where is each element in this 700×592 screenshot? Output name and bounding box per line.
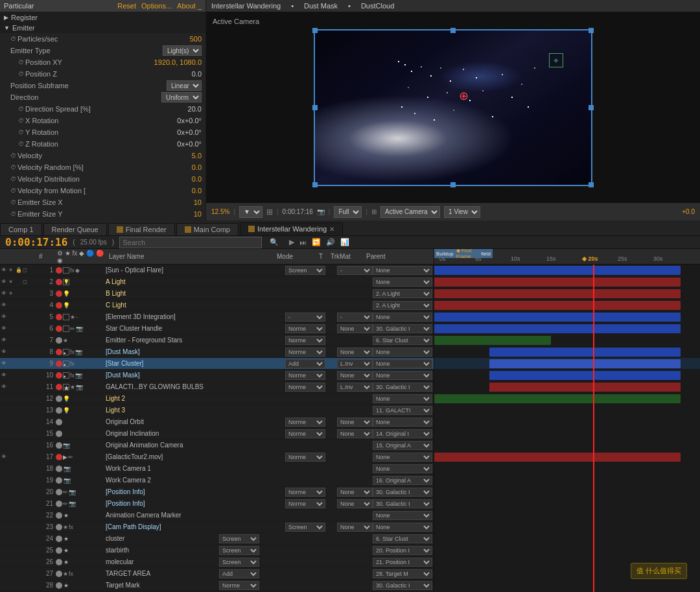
parent-select[interactable]: None — [373, 464, 432, 473]
mode-select[interactable]: Norme — [219, 581, 259, 590]
trkmat-select[interactable]: None — [337, 418, 373, 427]
layer-row[interactable]: 26 ★ molecular Screen 21. Position I — [0, 556, 434, 568]
position-z-value[interactable]: 0.0 — [192, 70, 202, 78]
parent-select[interactable]: 30. Galactic I — [373, 499, 432, 508]
track-row-20[interactable] — [434, 486, 700, 498]
track-row-14[interactable] — [434, 416, 700, 428]
handle-tr[interactable] — [589, 28, 594, 33]
parent-select[interactable]: 30. Galactic I — [373, 383, 432, 392]
parent-select[interactable]: None — [373, 278, 432, 287]
mode-select[interactable]: Norme — [285, 348, 325, 357]
tab-close-interstellar[interactable]: ✕ — [329, 226, 334, 233]
parent-select[interactable]: 16. Original A — [373, 476, 432, 485]
zoom-select[interactable]: ▼ — [239, 206, 262, 218]
mode-select[interactable]: Screen — [219, 546, 259, 555]
layer-row[interactable]: 24 ★ cluster Screen 6. Star Clust — [0, 533, 434, 545]
layer-color-dot[interactable] — [56, 314, 62, 320]
eye-icon[interactable]: 👁 — [1, 384, 8, 390]
layer-color-dot[interactable] — [56, 454, 62, 460]
layer-row[interactable]: 👁 11 ★ ★ 📷 GALACTI...BY GLOWING BULBS No… — [0, 381, 434, 393]
fit-icon[interactable]: ⊞ — [266, 207, 273, 217]
timeline-timecode[interactable]: 0:00:17:16 — [5, 236, 67, 248]
layer-row[interactable]: 👁 9 ▪ fx [Star Cluster] Add L.Inv — [0, 358, 434, 370]
layer-row[interactable]: 👁 ☀ 3 💡 B Light 2. A Light — [0, 288, 434, 300]
layer-color-dot[interactable] — [56, 349, 62, 355]
emitter-section[interactable]: ▼ Emitter — [0, 23, 205, 33]
layer-row[interactable]: 👁 ☀ 🔒 ◻ 1 fx ◆ [Sun - Optical Flare] Scr… — [0, 265, 434, 276]
trkmat-select[interactable]: None — [337, 371, 373, 380]
layer-row[interactable]: 👁 ☀ ◻ 2 💡 A Light None — [0, 276, 434, 288]
parent-select[interactable]: 11. GALACTI — [373, 406, 432, 415]
options-button[interactable]: Options... — [141, 2, 172, 10]
position-subframe-select[interactable]: Linear — [167, 80, 202, 91]
layer-name-label[interactable]: Emitter - Foreground Stars — [104, 337, 285, 344]
layer-name-label[interactable]: Work Camera 2 — [104, 477, 239, 484]
layer-color-dot[interactable] — [56, 489, 62, 495]
preview-dustmask-tab[interactable]: Dust Mask — [304, 2, 338, 10]
mode-select[interactable]: Norme — [285, 383, 325, 392]
layer-row[interactable]: 23 ★ fx [Cam Path Display] Screen None N… — [0, 521, 434, 533]
mode-select[interactable]: Screen — [285, 523, 325, 532]
parent-select[interactable]: None — [373, 359, 432, 368]
track-row-5[interactable] — [434, 311, 700, 323]
emitter-size-x-value[interactable]: 10 — [194, 198, 202, 206]
direction-select[interactable]: Uniform — [161, 92, 202, 102]
layer-row[interactable]: 27 ★ fx TARGET AREA Add 28. Target M — [0, 568, 434, 580]
layer-row[interactable]: 👁 7 ★ Emitter - Foreground Stars Norme 6 — [0, 335, 434, 346]
camera-select[interactable]: Active Camera — [380, 206, 440, 218]
layer-name-label[interactable]: [Dust Mask] — [104, 348, 285, 355]
trkmat-select[interactable]: L.Inv — [337, 359, 373, 368]
parent-select[interactable]: None — [373, 266, 432, 275]
layer-row[interactable]: 👁 4 💡 C Light 2. A Light — [0, 300, 434, 311]
trkmat-select[interactable]: None — [337, 523, 373, 532]
solo-icon[interactable]: ☀ — [8, 267, 15, 273]
track-row-23[interactable] — [434, 521, 700, 533]
handle-mr[interactable] — [589, 105, 594, 110]
layer-color-dot[interactable] — [56, 559, 62, 565]
eye-icon[interactable]: 👁 — [1, 302, 8, 308]
layer-color-dot[interactable] — [56, 326, 62, 332]
layer-row[interactable]: 21 ✏ 📷 [Position Info] Norme None 30. Ga… — [0, 498, 434, 510]
track-row-10[interactable] — [434, 370, 700, 381]
eye-icon[interactable]: 👁 — [1, 337, 8, 343]
layer-name-label[interactable]: Target Mark — [104, 582, 219, 589]
eye-icon[interactable]: 👁 — [1, 314, 8, 320]
trkmat-select[interactable]: None — [337, 488, 373, 497]
layer-name-label[interactable]: Work Camera 1 — [104, 465, 239, 472]
track-row-9[interactable] — [434, 358, 700, 370]
layer-color-dot[interactable] — [56, 384, 62, 390]
velocity-dist-value[interactable]: 0.0 — [192, 175, 202, 183]
zoom-level[interactable]: 12.5% — [211, 208, 229, 215]
layer-row[interactable]: 19 📷 Work Camera 2 16. Original A — [0, 475, 434, 486]
track-row-6[interactable] — [434, 323, 700, 335]
parent-select[interactable]: None — [373, 511, 432, 520]
track-row-8[interactable] — [434, 346, 700, 358]
chart-button[interactable]: 📊 — [340, 238, 349, 246]
mode-select[interactable]: Norme — [285, 488, 325, 497]
tab-comp1[interactable]: Comp 1 — [0, 223, 42, 235]
direction-spread-value[interactable]: 20.0 — [188, 105, 202, 113]
eye-icon[interactable]: 👁 — [1, 372, 8, 378]
mode-select[interactable]: Add — [219, 569, 259, 578]
layer-color-dot[interactable] — [56, 477, 62, 484]
view-count-select[interactable]: 1 View — [444, 206, 480, 218]
velocity-value[interactable]: 5.0 — [192, 152, 202, 160]
tab-final-render[interactable]: Final Render — [108, 223, 175, 235]
parent-select[interactable]: 20. Position I — [373, 546, 432, 555]
reset-button[interactable]: Reset — [117, 2, 136, 10]
solo-icon[interactable]: ☀ — [8, 279, 15, 285]
solo-icon[interactable]: ☀ — [8, 290, 15, 296]
handle-tl[interactable] — [312, 28, 318, 33]
mode-select[interactable]: Screen — [219, 534, 259, 543]
handle-tm[interactable] — [450, 28, 456, 33]
parent-select[interactable]: 2. A Light — [373, 301, 432, 310]
layer-name-label[interactable]: GALACTI...BY GLOWING BULBS — [104, 383, 285, 390]
mode-select[interactable]: Norme — [285, 453, 325, 462]
trkmat-select[interactable]: None — [337, 324, 373, 333]
track-row-22[interactable] — [434, 510, 700, 521]
trkmat-select[interactable]: - — [337, 266, 373, 275]
layer-name-label[interactable]: [Position Info] — [104, 488, 285, 495]
trkmat-select[interactable]: - — [337, 313, 373, 322]
eye-icon[interactable]: 👁 — [1, 279, 8, 285]
lock-icon[interactable]: 🔒 — [16, 267, 22, 273]
